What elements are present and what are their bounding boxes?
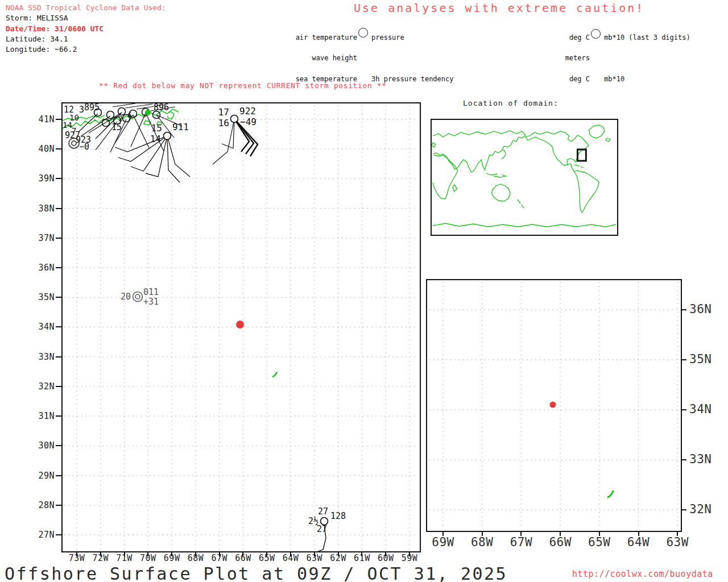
main-y-tick	[56, 415, 61, 417]
cluster-wind-barb	[113, 103, 135, 107]
inset-x-tick-label: 64W	[619, 535, 658, 549]
main-y-tick-label: 41N	[31, 114, 55, 124]
station-circle	[164, 132, 171, 140]
inset-x-tick	[560, 531, 561, 536]
inset-x-tick	[482, 531, 483, 536]
station-model-circle-icon	[358, 28, 368, 38]
legend-degc-top: deg C	[512, 34, 590, 41]
storm-position-dot-inset	[550, 402, 556, 408]
inset-y-tick-label: 35N	[689, 352, 728, 366]
main-y-tick-label: 37N	[31, 233, 55, 243]
storm-position-warning: ** Red dot below may NOT represent CURRE…	[99, 81, 387, 90]
main-y-tick-label: 27N	[31, 530, 55, 540]
main-x-tick	[195, 551, 196, 556]
station-value: 27	[317, 524, 327, 534]
cluster-label: 14	[63, 120, 72, 130]
cluster-label: 895	[84, 103, 100, 113]
units-legend-left: deg C meters deg C	[512, 20, 590, 97]
main-y-tick	[56, 238, 61, 239]
main-x-tick	[76, 551, 77, 556]
inset-y-tick	[681, 509, 686, 510]
world-map	[431, 119, 618, 236]
inset-y-tick	[681, 359, 686, 360]
station-value: 128	[330, 511, 346, 521]
noaa-source-line: NOAA SSD Tropical Cyclone Data Used:	[6, 3, 166, 13]
cluster-label: 15	[111, 122, 122, 132]
legend-meters: meters	[512, 55, 590, 61]
cluster-station-circle	[107, 111, 114, 119]
cluster-label: 6	[127, 111, 132, 119]
longitude-line: Longitude: −66.2	[6, 44, 166, 55]
station-circle	[231, 115, 238, 123]
main-y-tick	[56, 148, 61, 149]
cluster-label: 2	[118, 114, 123, 123]
main-x-tick	[385, 551, 386, 556]
station-value: −49	[240, 117, 257, 127]
green-station-dot	[145, 110, 151, 115]
main-y-tick	[56, 505, 61, 506]
main-y-tick	[56, 297, 61, 298]
main-x-tick	[266, 551, 267, 556]
main-x-tick	[242, 551, 243, 556]
domain-location-rect	[577, 149, 586, 161]
main-y-tick-label: 34N	[31, 322, 55, 332]
station-value: 14	[150, 134, 161, 144]
station-value: 16	[218, 118, 229, 128]
caution-headline: Use analyses with extreme caution!	[354, 1, 644, 15]
wind-barb	[131, 136, 167, 171]
main-y-tick-label: 38N	[31, 203, 55, 214]
main-map-plot: 12 389589610147927923−015261591114179221…	[61, 102, 421, 552]
calm-station-circle	[133, 292, 143, 302]
main-x-tick	[409, 551, 410, 556]
inset-map-canvas	[427, 280, 681, 531]
inset-y-tick-label: 36N	[689, 302, 728, 316]
main-y-tick-label: 32N	[31, 381, 55, 392]
main-y-tick-label: 30N	[31, 440, 55, 451]
main-y-tick	[56, 445, 61, 446]
inset-x-tick	[638, 531, 639, 536]
inset-x-tick-label: 68W	[463, 535, 502, 549]
main-y-tick	[56, 267, 61, 268]
main-x-tick	[314, 551, 315, 556]
main-y-tick-label: 35N	[31, 292, 55, 302]
buoydata-link[interactable]: http://coolwx.com/buoydata	[572, 569, 713, 579]
main-x-tick	[361, 551, 362, 556]
legend-wave-height: wave height	[250, 55, 357, 61]
inset-y-tick	[681, 309, 686, 310]
units-legend-right: mb*10 (last 3 digits) mb*10	[604, 20, 690, 97]
main-y-tick	[56, 178, 61, 179]
inset-y-tick	[681, 409, 686, 410]
inset-y-tick-label: 33N	[689, 452, 728, 466]
station-value: 922	[239, 106, 256, 117]
main-x-tick	[147, 551, 148, 556]
main-y-tick	[56, 326, 61, 327]
cluster-label: −0	[79, 142, 89, 152]
legend-mb10-last3: mb*10 (last 3 digits)	[604, 34, 690, 41]
main-y-tick	[56, 119, 61, 120]
storm-name-line: Storm: MELISSA	[6, 13, 166, 23]
units-circle-icon	[591, 29, 601, 39]
datetime-line: Date/Time: 31/0600 UTC	[6, 24, 166, 34]
main-y-tick-label: 31N	[31, 411, 55, 421]
inset-x-tick-label: 69W	[424, 535, 462, 549]
main-y-tick	[56, 386, 61, 387]
storm-position-dot	[236, 321, 244, 329]
inset-x-tick	[677, 531, 678, 536]
inset-y-tick	[681, 459, 686, 460]
bermuda-coastline-inset	[607, 490, 613, 497]
inset-map-plot	[426, 279, 682, 532]
station-value: 17	[218, 107, 229, 118]
main-x-tick	[124, 551, 125, 556]
cluster-wind-barb	[133, 115, 149, 148]
main-x-tick	[338, 551, 339, 556]
cluster-label: 896	[154, 103, 169, 113]
latitude-line: Latitude: 34.1	[6, 34, 166, 44]
inset-x-tick	[599, 531, 600, 536]
legend-pressure: pressure	[371, 34, 454, 41]
main-y-tick-label: 36N	[31, 263, 55, 273]
station-27-128: 272½12827	[308, 506, 346, 551]
station-value: 15	[151, 123, 162, 134]
main-x-tick	[100, 551, 101, 556]
station-value: +31	[143, 297, 159, 307]
inset-x-tick	[520, 531, 522, 536]
